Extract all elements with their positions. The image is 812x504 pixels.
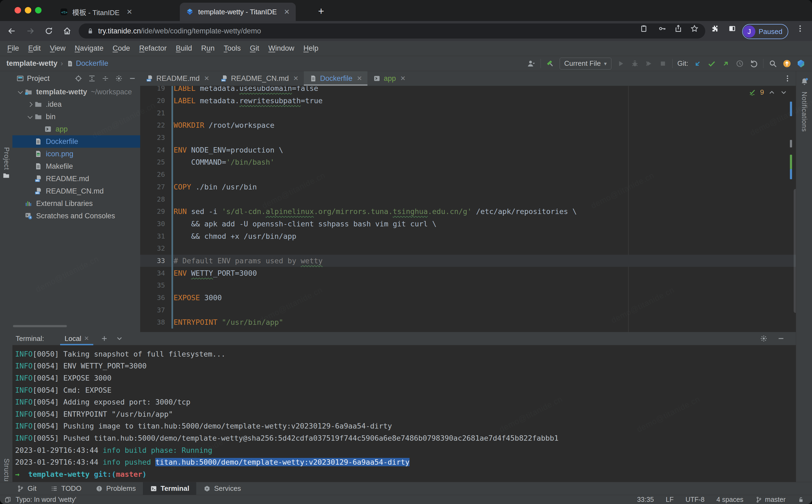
- profile-button[interactable]: J Paused: [742, 24, 788, 39]
- terminal-tab-local[interactable]: Local ✕: [60, 332, 93, 345]
- share-icon[interactable]: [674, 24, 683, 33]
- code-line-39[interactable]: 39: [140, 329, 796, 332]
- caret-position[interactable]: 33:35: [637, 496, 654, 503]
- editor-tab-readme-md[interactable]: MDREADME.md✕: [140, 71, 215, 86]
- git-branch[interactable]: master: [755, 496, 786, 503]
- tree-item-external-libraries[interactable]: External Libraries: [12, 197, 140, 210]
- close-icon[interactable]: ✕: [126, 8, 132, 16]
- project-panel-title[interactable]: Project: [27, 74, 50, 83]
- code-line-24[interactable]: 24ENV NODE_ENV=production \: [140, 144, 796, 156]
- close-icon[interactable]: ✕: [293, 75, 298, 82]
- gear-icon[interactable]: [115, 74, 123, 82]
- write-access-lock-icon[interactable]: [797, 496, 804, 503]
- editor-tabs-kebab-icon[interactable]: [783, 74, 792, 82]
- line-separator[interactable]: LF: [666, 496, 674, 503]
- update-available-icon[interactable]: [782, 59, 792, 68]
- toolwindow-button-problems[interactable]: Problems: [88, 482, 143, 495]
- lock-icon[interactable]: [86, 27, 94, 35]
- code-line-29[interactable]: 29RUN sed -i 's/dl-cdn.alpinelinux.org/m…: [140, 205, 796, 218]
- menu-tools[interactable]: Tools: [219, 44, 245, 53]
- git-commit-icon[interactable]: [707, 59, 716, 68]
- toolwindow-button-terminal[interactable]: Terminal: [143, 482, 196, 495]
- build-hammer-icon[interactable]: [546, 59, 555, 68]
- window-zoom-button[interactable]: [35, 7, 42, 13]
- chevron-down-icon[interactable]: [780, 88, 788, 96]
- code-line-28[interactable]: 28: [140, 193, 796, 205]
- close-icon[interactable]: ✕: [284, 8, 290, 16]
- notifications-bell-icon[interactable]: [800, 77, 809, 86]
- status-message[interactable]: Typo: In word 'wetty': [16, 496, 76, 503]
- search-icon[interactable]: [768, 59, 777, 68]
- url-text[interactable]: try.titanide.cn/ide/web/coding/template-…: [98, 27, 261, 35]
- locate-file-icon[interactable]: [74, 74, 82, 82]
- code-line-25[interactable]: 25 COMMAND='/bin/bash': [140, 156, 796, 168]
- code-line-27[interactable]: 27COPY ./bin /usr/bin: [140, 181, 796, 193]
- code-line-26[interactable]: 26: [140, 168, 796, 181]
- code-line-31[interactable]: 31 && chmod +x /usr/bin/app: [140, 230, 796, 242]
- menu-window[interactable]: Window: [264, 44, 299, 53]
- git-push-icon[interactable]: [721, 59, 730, 68]
- tree-item-scratches-and-consoles[interactable]: Scratches and Consoles: [12, 210, 140, 222]
- menu-code[interactable]: Code: [108, 44, 135, 53]
- code-line-35[interactable]: 35: [140, 279, 796, 292]
- window-close-button[interactable]: [15, 7, 21, 13]
- editor-body[interactable]: 19LABEL metadata.usesubdomain=false20LAB…: [140, 86, 796, 332]
- toolwindow-button-services[interactable]: Services: [196, 482, 248, 495]
- menu-refactor[interactable]: Refactor: [135, 44, 171, 53]
- code-line-22[interactable]: 22WORKDIR /root/workspace: [140, 119, 796, 132]
- tree-item-makefile[interactable]: Makefile: [12, 160, 140, 172]
- titanide-logo-icon[interactable]: [796, 59, 806, 68]
- menu-help[interactable]: Help: [299, 44, 323, 53]
- code-line-34[interactable]: 34ENV WETTY_PORT=3000: [140, 267, 796, 279]
- code-with-me-icon[interactable]: [527, 59, 536, 68]
- hide-panel-icon[interactable]: [128, 74, 136, 82]
- git-update-icon[interactable]: [693, 59, 702, 68]
- close-icon[interactable]: ✕: [204, 75, 209, 82]
- chevron-down-icon[interactable]: [26, 116, 34, 118]
- terminal-output[interactable]: INFO[0050] Taking snapshot of full files…: [12, 345, 796, 482]
- code-line-32[interactable]: 32: [140, 242, 796, 255]
- breadcrumb-file[interactable]: Dockerfile: [66, 59, 108, 68]
- debug-icon[interactable]: [630, 59, 639, 68]
- breadcrumb-project[interactable]: template-wetty: [6, 59, 57, 68]
- menu-build[interactable]: Build: [171, 44, 197, 53]
- close-icon[interactable]: ✕: [357, 75, 362, 82]
- menu-view[interactable]: View: [45, 44, 70, 53]
- menu-file[interactable]: File: [3, 44, 24, 53]
- expand-all-icon[interactable]: [88, 74, 96, 82]
- close-icon[interactable]: ✕: [84, 335, 89, 342]
- run-configuration-select[interactable]: Current File▾: [560, 58, 611, 70]
- code-line-37[interactable]: 37: [140, 304, 796, 316]
- code-line-36[interactable]: 36EXPOSE 3000: [140, 292, 796, 304]
- horizontal-scrollbar[interactable]: [13, 325, 67, 327]
- terminal-dropdown-icon[interactable]: [115, 334, 123, 343]
- toolwindow-button-todo[interactable]: TODO: [43, 482, 88, 495]
- code-line-38[interactable]: 38ENTRYPOINT "/usr/bin/app": [140, 316, 796, 329]
- menu-run[interactable]: Run: [197, 44, 219, 53]
- tree-item-app[interactable]: app: [12, 123, 140, 135]
- menu-navigate[interactable]: Navigate: [70, 44, 108, 53]
- indent-style[interactable]: 4 spaces: [717, 496, 744, 503]
- tree-item-bin[interactable]: bin: [12, 111, 140, 123]
- terminal-minimize-icon[interactable]: [777, 334, 785, 343]
- extensions-puzzle-icon[interactable]: [711, 24, 719, 33]
- editor-tab-dockerfile[interactable]: Dockerfile✕: [304, 71, 367, 86]
- close-icon[interactable]: ✕: [400, 75, 406, 82]
- tree-item-readme-cn-md[interactable]: MDREADME_CN.md: [12, 185, 140, 197]
- code-line-20[interactable]: 20LABEL metadata.rewritesubpath=true: [140, 95, 796, 107]
- browser-tab-active[interactable]: template-wetty - TitanIDE ✕: [180, 3, 296, 21]
- forward-icon[interactable]: [26, 26, 35, 36]
- new-terminal-icon[interactable]: [100, 334, 108, 343]
- reload-icon[interactable]: [44, 26, 53, 36]
- stripe-notifications-label[interactable]: Notifications: [800, 92, 808, 132]
- bookmark-star-icon[interactable]: [690, 24, 699, 33]
- browser-tab-inactive[interactable]: <t> 模板 - TitanIDE ✕: [54, 3, 138, 21]
- rollback-icon[interactable]: [749, 59, 758, 68]
- chevron-up-icon[interactable]: [768, 88, 776, 96]
- run-icon[interactable]: [616, 59, 625, 68]
- history-clock-icon[interactable]: [735, 59, 744, 68]
- new-tab-button[interactable]: +: [318, 5, 324, 17]
- tree-item-dockerfile[interactable]: Dockerfile: [12, 135, 140, 148]
- editor-scrollbar[interactable]: [794, 189, 796, 313]
- address-bar[interactable]: try.titanide.cn/ide/web/coding/template-…: [79, 23, 705, 39]
